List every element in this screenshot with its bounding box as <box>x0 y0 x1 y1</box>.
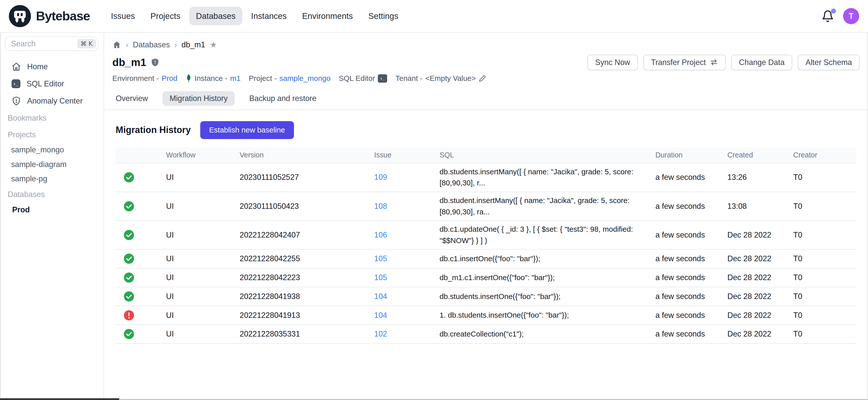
column-header-duration: Duration <box>655 151 727 159</box>
issue-link[interactable]: 109 <box>374 173 387 182</box>
instance-link[interactable]: m1 <box>230 74 241 83</box>
sidebar-item-sample-pg[interactable]: sample-pg <box>0 172 103 186</box>
notification-dot <box>831 8 836 13</box>
chevron-right-icon: › <box>126 40 128 50</box>
workflow-cell: UI <box>166 273 240 282</box>
nav-item-environments[interactable]: Environments <box>296 7 360 25</box>
database-meta-row: Environment - Prod Instance - m1 Project… <box>112 74 868 83</box>
sql-cell: db_m1.c1.insertOne({"foo": "bar"}); <box>439 272 655 283</box>
alter-schema-button[interactable]: Alter Schema <box>798 55 860 70</box>
terminal-icon: ›_ <box>11 79 21 88</box>
table-row[interactable]: UI20221228042407106db.c1.updateOne( { _i… <box>116 221 857 250</box>
success-check-icon <box>123 329 134 340</box>
created-cell: 13:08 <box>727 202 794 211</box>
tab-backup-and-restore[interactable]: Backup and restore <box>249 91 317 106</box>
created-cell: Dec 28 2022 <box>727 292 794 301</box>
notification-bell-icon[interactable] <box>822 10 834 23</box>
window-bottom-edge-dark <box>0 398 119 400</box>
creator-cell: T0 <box>793 202 857 211</box>
version-cell: 20221228042407 <box>240 230 374 240</box>
version-cell: 20230111052527 <box>240 173 374 182</box>
breadcrumb-databases[interactable]: Databases <box>133 40 170 50</box>
transfer-project-button[interactable]: Transfer Project <box>643 55 726 70</box>
change-data-button[interactable]: Change Data <box>731 55 792 70</box>
shield-exclamation-icon <box>11 96 21 105</box>
table-row[interactable]: UI20221228041938104db.students.insertOne… <box>116 287 857 306</box>
version-cell: 20221228041938 <box>240 292 374 301</box>
page-actions: Sync Now Transfer Project Change Data Al… <box>587 55 860 70</box>
nav-item-settings[interactable]: Settings <box>362 7 405 25</box>
created-cell: Dec 28 2022 <box>727 254 794 263</box>
duration-cell: a few seconds <box>655 273 727 282</box>
table-row[interactable]: UI202212280419131041. db.students.insert… <box>116 306 857 325</box>
issue-link[interactable]: 102 <box>374 330 387 338</box>
sql-cell: 1. db.students.insertOne({"foo": "bar"})… <box>439 310 655 321</box>
project-link[interactable]: sample_mongo <box>279 74 331 83</box>
issue-link[interactable]: 105 <box>374 273 387 282</box>
environment-label: Environment - <box>112 74 159 83</box>
bytebase-logo-icon <box>9 5 31 27</box>
sql-cell: db.students.insertMany([ { name: "Jacika… <box>439 166 655 189</box>
nav-item-projects[interactable]: Projects <box>144 7 187 25</box>
establish-new-baseline-button[interactable]: Establish new baseline <box>200 121 294 139</box>
workflow-cell: UI <box>166 230 240 240</box>
star-icon[interactable]: ★ <box>210 40 217 50</box>
bytebase-logo[interactable]: Bytebase <box>9 5 90 27</box>
sql-cell: db.createCollection("c1"); <box>439 329 655 340</box>
issue-link[interactable]: 104 <box>374 311 387 320</box>
table-row[interactable]: UI20221228035331102db.createCollection("… <box>116 325 857 344</box>
environment-link[interactable]: Prod <box>162 74 178 83</box>
success-check-icon <box>123 172 134 183</box>
error-exclamation-icon <box>123 310 134 321</box>
main-content: › Databases › db_m1 ★ db_m1 Sync Now <box>104 33 868 400</box>
issue-link[interactable]: 104 <box>374 292 387 301</box>
transfer-arrows-icon <box>710 58 718 66</box>
workflow-cell: UI <box>166 254 240 263</box>
home-icon[interactable] <box>112 40 121 49</box>
nav-item-issues[interactable]: Issues <box>104 7 142 25</box>
terminal-icon[interactable]: ›_ <box>378 74 387 83</box>
mongodb-leaf-icon <box>186 74 192 83</box>
bytebase-app-window: Bytebase Issues Projects Databases Insta… <box>0 0 868 400</box>
tab-migration-history[interactable]: Migration History <box>162 91 235 106</box>
duration-cell: a few seconds <box>655 292 727 301</box>
migration-history-header: Migration History Establish new baseline <box>116 121 857 139</box>
window-bottom-edge <box>0 399 868 400</box>
creator-cell: T0 <box>793 311 857 320</box>
duration-cell: a few seconds <box>655 311 727 320</box>
sidebar-item-home[interactable]: Home <box>0 58 103 75</box>
issue-link[interactable]: 108 <box>374 202 387 211</box>
table-row[interactable]: UI20230111052527109db.students.insertMan… <box>116 163 857 192</box>
breadcrumb: › Databases › db_m1 ★ <box>112 40 868 50</box>
sync-now-button[interactable]: Sync Now <box>587 55 638 70</box>
sidebar-item-sample-diagram[interactable]: sample-diagram <box>0 157 103 172</box>
creator-cell: T0 <box>793 273 857 282</box>
sidebar-item-sample-mongo[interactable]: sample_mongo <box>0 143 103 157</box>
transfer-project-label: Transfer Project <box>651 58 706 67</box>
version-cell: 20221228035331 <box>240 330 374 339</box>
version-cell: 20221228041913 <box>240 311 374 320</box>
nav-item-instances[interactable]: Instances <box>244 7 293 25</box>
top-navigation-bar: Bytebase Issues Projects Databases Insta… <box>0 0 868 33</box>
duration-cell: a few seconds <box>655 202 727 211</box>
avatar[interactable]: T <box>843 8 859 24</box>
tab-overview[interactable]: Overview <box>116 91 148 106</box>
table-row[interactable]: UI20221228042255105db.c1.insertOne({"foo… <box>116 250 857 269</box>
sidebar-item-sql-editor[interactable]: ›_ SQL Editor <box>0 75 103 92</box>
sql-cell: db.c1.updateOne( { _id: 3 }, [ { $set: {… <box>439 224 655 246</box>
sidebar-section-bookmarks: Bookmarks <box>0 110 103 126</box>
issue-link[interactable]: 105 <box>374 254 387 263</box>
table-row[interactable]: UI20230111050423108db.student.insertMany… <box>116 192 857 221</box>
sql-cell: db.students.insertOne({"foo": "bar"}); <box>439 291 655 302</box>
sidebar-item-prod[interactable]: Prod <box>0 203 103 217</box>
search-input[interactable]: Search ⌘ K <box>5 36 99 51</box>
nav-item-databases[interactable]: Databases <box>189 7 242 25</box>
pencil-icon[interactable] <box>478 74 486 82</box>
table-row[interactable]: UI20221228042223105db_m1.c1.insertOne({"… <box>116 269 857 287</box>
project-label: Project - <box>249 74 277 83</box>
creator-cell: T0 <box>793 230 857 240</box>
breadcrumb-db-m1[interactable]: db_m1 <box>182 40 205 50</box>
issue-link[interactable]: 106 <box>374 230 387 239</box>
sidebar-item-anomaly-center[interactable]: Anomaly Center <box>0 92 103 110</box>
migration-history-table: Workflow Version Issue SQL Duration Crea… <box>116 147 857 344</box>
